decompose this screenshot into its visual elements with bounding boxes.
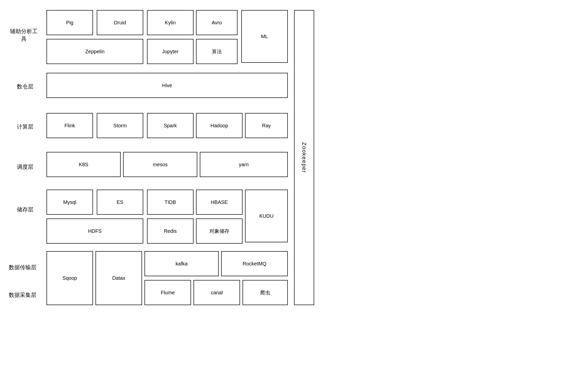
box-flink: Flink [46,113,93,138]
box-ray: Ray [245,113,288,138]
box-duixiangchucun: 对象储存 [196,218,243,244]
box-datax: Datax [96,251,142,305]
box-kafka: kafka [145,251,219,276]
box-jupyter: Jupyter [147,39,194,64]
layer-collection-label: 数据采集层 [6,291,39,299]
architecture-diagram: Zookeeper 辅助分析工具 Pig Druid Kylin Avro ML… [0,0,567,392]
layer-auxiliary-label: 辅助分析工具 [8,28,40,43]
box-spark: Spark [147,113,194,138]
box-druid: Druid [97,10,143,35]
box-yarn: yarn [200,152,288,177]
box-hadoop: Hadoop [196,113,243,138]
box-ml: ML [241,10,288,63]
box-redis: Redis [147,218,194,244]
box-storm: Storm [97,113,143,138]
box-mysql: Mysql [46,190,93,215]
box-hive: Hive [46,73,288,98]
box-kylin: Kylin [147,10,194,35]
box-kudu: KUDU [245,190,288,242]
box-canal: canal [194,280,240,305]
box-k8s: K8S [46,152,121,177]
layer-storage-label: 储存层 [13,206,38,213]
layer-compute-label: 计算层 [13,123,38,131]
box-hdfs: HDFS [46,218,143,244]
zookeeper-box: Zookeeper [294,10,314,305]
box-zeppelin: Zeppelin [46,39,143,64]
box-pachong: 爬虫 [243,280,288,305]
layer-transport-label: 数据传输层 [6,264,39,271]
layer-datawarehouse-label: 数仓层 [13,83,38,90]
zookeeper-label: Zookeeper [301,142,307,173]
box-suanfa: 算法 [196,39,238,64]
box-tidb: TIDB [147,190,194,215]
layer-schedule-label: 调度层 [13,163,38,171]
box-hbase: HBASE [196,190,243,215]
box-pig: Pig [46,10,93,35]
box-sqoop: Sqoop [46,251,93,305]
box-mesos: mesos [123,152,197,177]
box-avro: Avro [196,10,238,35]
box-es: ES [97,190,143,215]
box-flume: Flume [145,280,191,305]
box-rocketmq: RocketMQ [221,251,288,276]
